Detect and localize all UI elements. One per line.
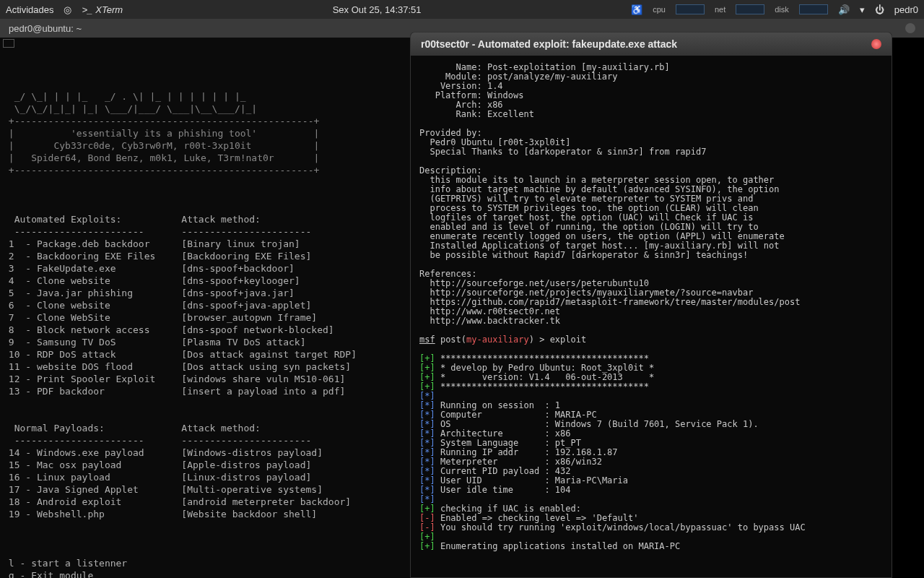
net-meter xyxy=(736,4,764,14)
terminal-tab-indicator[interactable] xyxy=(3,39,14,48)
menu-start-listener: l - start a listenner xyxy=(3,558,127,569)
disk-meter xyxy=(799,4,828,14)
left-window-title: pedr0@ubuntu: ~ xyxy=(9,23,82,34)
right-window: r00tsect0r - Automated exploit: fakeupda… xyxy=(410,32,892,578)
close-icon[interactable] xyxy=(871,39,881,49)
sound-icon[interactable]: 🔊 xyxy=(838,4,850,15)
menu-exit-module: q - Exit module xyxy=(3,570,93,578)
cpu-label: cpu xyxy=(653,5,666,14)
ascii-banner: _/ \_| | | |_ _/ . \| |_ | | | | | | |_ xyxy=(3,91,251,102)
disk-label: disk xyxy=(775,5,789,14)
right-window-titlebar[interactable]: r00tsect0r - Automated exploit: fakeupda… xyxy=(411,33,892,56)
user-menu[interactable]: pedr0 xyxy=(894,4,918,15)
clock[interactable]: Sex Out 25, 14:37:51 xyxy=(137,4,616,15)
net-label: net xyxy=(715,5,725,14)
wifi-icon[interactable]: ▾ xyxy=(860,4,865,15)
activities-button[interactable]: Actividades xyxy=(6,4,53,15)
cpu-meter xyxy=(676,4,705,14)
accessibility-icon[interactable]: ♿ xyxy=(631,4,642,15)
left-terminal[interactable]: _/ \_| | | |_ _/ . \| |_ | | | | | | |_ … xyxy=(0,38,410,578)
right-window-title: r00tsect0r - Automated exploit: fakeupda… xyxy=(421,38,677,50)
top-panel: Actividades ◎ >_XTerm Sex Out 25, 14:37:… xyxy=(0,0,924,19)
close-icon[interactable] xyxy=(905,23,915,33)
panel-app-icon[interactable]: ◎ xyxy=(64,4,71,15)
xterm-taskbar-button[interactable]: >_XTerm xyxy=(82,4,123,15)
power-icon[interactable]: ⏻ xyxy=(875,4,884,15)
